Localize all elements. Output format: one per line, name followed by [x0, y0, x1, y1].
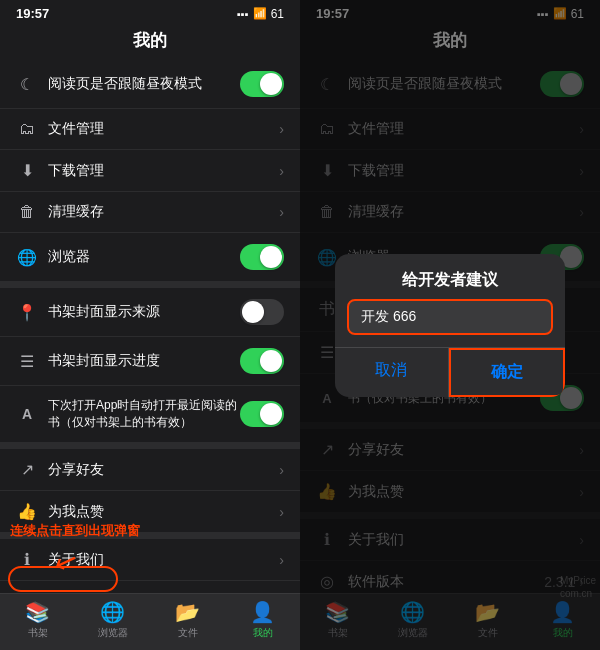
menu-label-1: 文件管理	[48, 120, 279, 138]
status-time-left: 19:57	[16, 6, 49, 21]
nav-label-profile-left: 我的	[253, 626, 273, 640]
menu-list-left: ☾ 阅读页是否跟随昼夜模式 🗂 文件管理 › ⬇ 下载管理 › 🗑 清理缓存 ›…	[0, 60, 300, 593]
menu-item-7[interactable]: A 下次打开App时自动打开最近阅读的书（仅对书架上的书有效）	[0, 386, 300, 443]
bottom-nav-left: 📚 书架 🌐 浏览器 📂 文件 👤 我的	[0, 593, 300, 650]
menu-icon-7: A	[16, 406, 38, 422]
menu-icon-0: ☾	[16, 75, 38, 94]
status-bar-left: 19:57 ▪▪▪ 📶 61	[0, 0, 300, 25]
profile-icon-left: 👤	[250, 600, 275, 624]
menu-label-9: 为我点赞	[48, 503, 279, 521]
chevron-9: ›	[279, 504, 284, 520]
nav-item-profile-left[interactable]: 👤 我的	[225, 600, 300, 640]
menu-icon-1: 🗂	[16, 120, 38, 138]
menu-item-0[interactable]: ☾ 阅读页是否跟随昼夜模式	[0, 60, 300, 109]
dialog-overlay: 给开发者建议 取消 确定	[300, 0, 600, 650]
nav-label-files-left: 文件	[178, 626, 198, 640]
chevron-10: ›	[279, 552, 284, 568]
dialog-input-area	[347, 299, 553, 335]
toggle-0[interactable]	[240, 71, 284, 97]
signal-icon-left: ▪▪▪	[237, 8, 249, 20]
menu-label-2: 下载管理	[48, 162, 279, 180]
left-phone: 19:57 ▪▪▪ 📶 61 我的 ☾ 阅读页是否跟随昼夜模式 🗂 文件管理 ›…	[0, 0, 300, 650]
menu-icon-5: 📍	[16, 303, 38, 322]
menu-item-3[interactable]: 🗑 清理缓存 ›	[0, 192, 300, 233]
menu-label-8: 分享好友	[48, 461, 279, 479]
menu-item-10[interactable]: ℹ 关于我们 ›	[0, 539, 300, 581]
wifi-icon-left: 📶	[253, 7, 267, 20]
menu-label-6: 书架封面显示进度	[48, 352, 240, 370]
menu-icon-4: 🌐	[16, 248, 38, 267]
menu-item-5[interactable]: 📍 书架封面显示来源	[0, 288, 300, 337]
menu-label-7: 下次打开App时自动打开最近阅读的书（仅对书架上的书有效）	[48, 397, 240, 431]
menu-icon-3: 🗑	[16, 203, 38, 221]
page-header-left: 我的	[0, 25, 300, 60]
chevron-1: ›	[279, 121, 284, 137]
battery-left: 61	[271, 7, 284, 21]
dialog-buttons: 取消 确定	[335, 347, 565, 397]
menu-label-4: 浏览器	[48, 248, 240, 266]
annotation-text: 连续点击直到出现弹窗	[10, 522, 140, 540]
toggle-7[interactable]	[240, 401, 284, 427]
nav-label-bookshelf-left: 书架	[28, 626, 48, 640]
menu-label-0: 阅读页是否跟随昼夜模式	[48, 75, 240, 93]
menu-label-10: 关于我们	[48, 551, 279, 569]
menu-icon-10: ℹ	[16, 550, 38, 569]
toggle-4[interactable]	[240, 244, 284, 270]
toggle-5[interactable]	[240, 299, 284, 325]
nav-label-browser-left: 浏览器	[98, 626, 128, 640]
dialog-title: 给开发者建议	[335, 254, 565, 299]
status-icons-left: ▪▪▪ 📶 61	[237, 7, 284, 21]
chevron-2: ›	[279, 163, 284, 179]
chevron-3: ›	[279, 204, 284, 220]
menu-label-3: 清理缓存	[48, 203, 279, 221]
menu-icon-9: 👍	[16, 502, 38, 521]
toggle-6[interactable]	[240, 348, 284, 374]
menu-icon-6: ☰	[16, 352, 38, 371]
menu-icon-8: ↗	[16, 460, 38, 479]
dialog-confirm-button[interactable]: 确定	[449, 348, 566, 397]
browser-icon-left: 🌐	[100, 600, 125, 624]
menu-icon-11: ◎	[16, 592, 38, 593]
menu-label-11: 软件版本	[48, 593, 244, 594]
dialog-box: 给开发者建议 取消 确定	[335, 254, 565, 397]
dialog-cancel-button[interactable]: 取消	[335, 348, 449, 397]
menu-icon-2: ⬇	[16, 161, 38, 180]
bookshelf-icon-left: 📚	[25, 600, 50, 624]
nav-item-browser-left[interactable]: 🌐 浏览器	[75, 600, 150, 640]
dialog-input[interactable]	[347, 299, 553, 335]
menu-label-5: 书架封面显示来源	[48, 303, 240, 321]
menu-item-8[interactable]: ↗ 分享好友 ›	[0, 449, 300, 491]
nav-item-bookshelf-left[interactable]: 📚 书架	[0, 600, 75, 640]
menu-item-1[interactable]: 🗂 文件管理 ›	[0, 109, 300, 150]
menu-item-6[interactable]: ☰ 书架封面显示进度	[0, 337, 300, 386]
right-phone: 19:57 ▪▪▪ 📶 61 我的 ☾ 阅读页是否跟随昼夜模式 🗂 文件管理 ›…	[300, 0, 600, 650]
menu-item-11[interactable]: ◎ 软件版本 2.3.1 ›	[0, 581, 300, 593]
chevron-8: ›	[279, 462, 284, 478]
files-icon-left: 📂	[175, 600, 200, 624]
menu-item-4[interactable]: 🌐 浏览器	[0, 233, 300, 282]
nav-item-files-left[interactable]: 📂 文件	[150, 600, 225, 640]
menu-item-2[interactable]: ⬇ 下载管理 ›	[0, 150, 300, 192]
